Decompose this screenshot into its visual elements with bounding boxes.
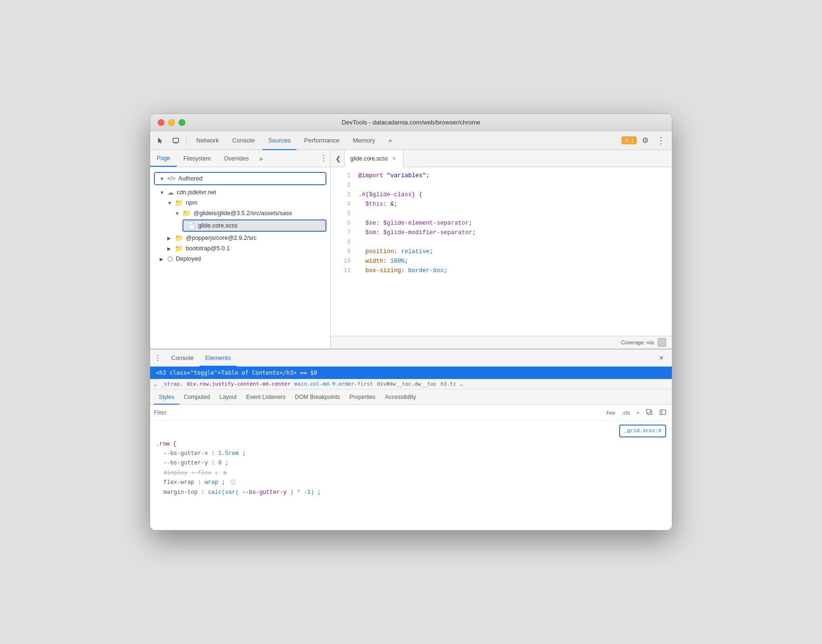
filter-copy-button[interactable] [644,408,655,417]
panel-tabs: Page Filesystem Overrides » ⋮ [150,150,330,167]
tree-item-bootstrap[interactable]: ▶ 📁 bootstrap@5.0.1 [150,243,330,254]
bottom-close-button[interactable]: × [655,351,668,365]
coverage-expand-icon[interactable] [658,338,666,347]
separator [186,135,187,146]
css-semi-2: ; [225,460,229,466]
css-val-4: wrap [204,479,218,486]
breadcrumb-main[interactable]: main.col-md-9.order-first [295,381,373,387]
tree-item-cdn[interactable]: ▼ ☁ cdn.jsdelivr.net [150,187,330,198]
tab-sources[interactable]: Sources [262,131,296,150]
tree-item-authored[interactable]: ▼ </> Authored [156,174,325,183]
file-label: glide.core.scss [198,222,238,229]
tab-styles[interactable]: Styles [154,389,179,405]
panel-tab-more[interactable]: » [255,155,267,162]
tab-elements-bottom[interactable]: Elements [200,350,237,367]
tab-console[interactable]: Console [227,131,261,150]
tree-item-glide-sass[interactable]: ▼ 📁 @glideis/glide@3.5.2/src/assets/sass [150,208,330,218]
tab-accessibility[interactable]: Accessibility [380,389,421,405]
css-prop-display: display : flex ; ⊞ [156,468,666,478]
styles-filter-input[interactable] [154,409,603,416]
breadcrumb-strap[interactable]: _strap. [161,381,183,387]
tree-item-deployed[interactable]: ▶ ⬡ Deployed [150,254,330,264]
traffic-lights [158,119,185,126]
arrow-popper: ▶ [167,236,173,241]
tree-item-glide-file[interactable]: 📄 glide.core.scss [183,220,325,231]
panel-menu-button[interactable]: ⋮ [317,152,330,165]
css-selector: .row [156,441,173,447]
line-num-9: 9 [336,247,351,256]
tab-event-listeners[interactable]: Event Listeners [241,389,290,405]
devtools-toolbar: Network Console Sources Performance Memo… [150,131,672,150]
arrow-npm: ▼ [167,200,173,206]
line-code-4: $this: &; [358,199,398,209]
css-prop-name-4: flex-wrap [163,479,194,486]
tab-dom-breakpoints[interactable]: DOM Breakpoints [290,389,345,405]
tab-console-bottom[interactable]: Console [165,350,200,367]
css-val-2: 0 [218,460,221,466]
code-editor-content[interactable]: 1 @import "variables"; 2 3 [331,167,672,336]
folder-glide-icon: 📁 [182,209,191,217]
css-colon-3: : [191,470,198,476]
css-prop-name-3: display [163,470,187,476]
dom-selected-element: <h3 class="toggle">Table of Contents</h3… [150,367,672,379]
tab-memory[interactable]: Memory [347,131,381,150]
breadcrumb-ellipsis[interactable]: … [154,381,157,387]
css-prop-gutter-x: --bs-gutter-x : 1.5rem ; [156,449,666,458]
tab-filesystem[interactable]: Filesystem [177,150,217,167]
arrow-deployed: ▶ [160,256,165,262]
more-options-icon[interactable]: ⋮ [654,135,668,146]
file-selected-box: 📄 glide.core.scss [182,219,326,232]
bottom-section: ⋮ Console Elements × <h3 class="toggle">… [150,350,672,530]
code-line-11: 11 box-sizing: border-box; [331,266,672,275]
css-val-5c: ) * -1) [290,489,314,496]
editor-nav-back[interactable]: ❮ [333,153,344,164]
breadcrumb-div-row[interactable]: div.row.justify-content-md-center [187,381,291,387]
editor-tab-bar: ❮ glide.core.scss × [331,150,672,167]
popper-label: @popperjs/core@2.9.2/src [186,235,257,241]
error-badge[interactable]: ⚠ 1 [621,136,637,144]
tree-item-popper[interactable]: ▶ 📁 @popperjs/core@2.9.2/src [150,233,330,243]
filter-hov-button[interactable]: :hov [603,409,617,417]
css-source-link[interactable]: _grid.scss:6 [619,425,666,437]
cursor-icon[interactable] [154,134,167,147]
line-num-1: 1 [336,171,351,180]
tab-computed[interactable]: Computed [179,389,215,405]
folder-bootstrap-icon: 📁 [175,245,183,252]
code-line-10: 10 width: 100%; [331,256,672,266]
main-area: Page Filesystem Overrides » ⋮ ▼ </> Auth… [150,150,672,530]
svg-rect-4 [647,409,650,413]
tab-more[interactable]: » [382,131,397,150]
tab-overrides[interactable]: Overrides [217,150,255,167]
code-line-3: 3 .#{$glide-class} { [331,190,672,199]
filter-add-button[interactable]: + [635,409,641,417]
breadcrumb-h3[interactable]: h3.tc [440,381,456,387]
device-toolbar-icon[interactable] [169,134,182,147]
maximize-button[interactable] [179,119,185,126]
tab-performance[interactable]: Performance [298,131,345,150]
filter-sidebar-button[interactable] [658,408,668,417]
cloud-icon: ☁ [167,189,174,196]
breadcrumb-div-toc[interactable]: div#dw__toc.dw__toc [377,381,437,387]
npm-label: npm [186,199,197,206]
breadcrumb-ellipsis2[interactable]: … [460,381,463,387]
tree-item-npm[interactable]: ▼ 📁 npm [150,198,330,208]
minimize-button[interactable] [168,119,175,126]
line-num-2: 2 [336,180,351,190]
editor-tab-file[interactable]: glide.core.scss × [344,150,403,167]
css-prop-name-5: margin-top [163,489,198,496]
svg-rect-0 [173,138,179,142]
css-val-5b: --bs-gutter-y [242,489,287,496]
editor-tab-close[interactable]: × [391,155,397,162]
css-semi-5: ; [317,489,321,496]
settings-icon[interactable]: ⚙ [639,134,652,147]
titlebar: DevTools - datacadamia.com/web/browser/c… [150,114,672,131]
tab-layout[interactable]: Layout [215,389,241,405]
tab-properties[interactable]: Properties [345,389,381,405]
filter-cls-button[interactable]: .cls [620,409,632,417]
close-button[interactable] [158,119,164,126]
tab-network[interactable]: Network [191,131,225,150]
bottom-menu-dots[interactable]: ⋮ [154,353,162,362]
code-line-6: 6 $se: $glide-element-separator; [331,218,672,228]
folder-npm-icon: 📁 [175,199,183,207]
tab-page[interactable]: Page [150,150,177,167]
